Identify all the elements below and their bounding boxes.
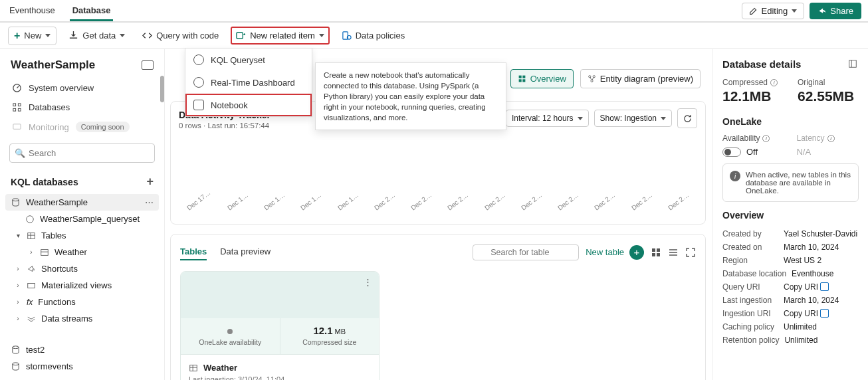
copy-icon [821,310,829,318]
tree-label: Shortcuts [41,264,78,274]
row-region: RegionWest US 2 [722,254,859,267]
tree-materialized-views[interactable]: › Materialized views [5,277,159,294]
info-text: When active, new tables in this database… [746,171,851,195]
tree-tables[interactable]: ▾ Tables [5,227,159,244]
sidebar-item-system-overview[interactable]: System overview [5,78,159,98]
expand-icon[interactable] [685,247,696,258]
new-related-item-button[interactable]: New related item [231,27,330,45]
x-tick: Dec 1… [336,191,360,212]
tile-meta: Last ingestion: 3/10/24, 11:04 [189,375,371,380]
share-button[interactable]: Share [810,3,861,19]
pin-icon[interactable] [142,60,154,70]
tile-stats: OneLake availability 12.1MB Compressed s… [181,318,379,355]
row-query-uri: Query URICopy URI [722,280,859,294]
tree-db-test2[interactable]: test2 [5,341,159,358]
tables-card: Tables Data preview 🔍 New table + [170,234,706,380]
tree-queryset[interactable]: WeatherSample_queryset [5,211,159,227]
tables-tools: 🔍 New table + [473,244,696,260]
copy-query-uri[interactable]: Copy URI [784,282,859,292]
expand-panel-icon[interactable] [848,59,859,70]
toolbar: + New Get data Query with code New relat… [0,23,868,49]
tree-shortcuts[interactable]: › Shortcuts [5,260,159,277]
chevron-down-icon [45,34,51,37]
tree-data-streams[interactable]: › Data streams [5,310,159,327]
editing-button[interactable]: Editing [742,3,805,19]
dropdown-item-notebook[interactable]: Notebook [185,94,312,116]
chevron-right-icon[interactable]: › [15,265,21,272]
query-code-button[interactable]: Query with code [137,28,224,43]
search-table-input[interactable] [473,244,579,260]
row-created-by: Created byYael Schuster-Davidi [722,227,859,240]
add-database-button[interactable]: + [146,175,154,189]
svg-rect-11 [28,233,35,238]
notebook-tooltip: Create a new notebook that's automatical… [315,62,506,130]
dropdown-item-kql-queryset[interactable]: KQL Queryset [185,48,312,71]
table-tile-weather[interactable]: ⋮ OneLake availability 12.1MB Compressed… [180,271,380,380]
row-last-ingestion: Last ingestionMarch 10, 2024 [722,294,859,307]
get-data-button[interactable]: Get data [63,28,130,43]
chevron-down-icon[interactable]: ▾ [15,232,21,239]
tree-label: WeatherSample [26,197,88,207]
sidebar-search-input[interactable] [9,143,155,163]
tree-db-weathersample[interactable]: WeatherSample ⋯ [5,194,159,211]
info-icon[interactable]: i [770,79,778,86]
copy-ingestion-uri[interactable]: Copy URI [784,309,859,318]
data-policies-button[interactable]: Data policies [336,28,410,43]
chevron-right-icon[interactable]: › [28,248,35,256]
more-icon[interactable]: ⋯ [145,197,154,207]
svg-rect-24 [657,248,660,252]
table-icon [189,363,198,373]
tile-more-icon[interactable]: ⋮ [364,277,372,287]
tab-overview[interactable]: Overview [510,69,574,88]
views-icon [27,281,36,290]
show-dropdown[interactable]: Show: Ingestion [594,110,672,127]
tab-entity-diagram[interactable]: Entity diagram (preview) [580,69,701,88]
sidebar-scrollbar[interactable] [160,76,164,102]
plus-circle-icon: + [629,245,644,260]
coming-soon-badge: Coming soon [76,122,130,132]
interval-dropdown[interactable]: Interval: 12 hours [506,110,589,127]
sidebar-title: WeatherSample [11,58,95,72]
tree-db-stormevents[interactable]: stormevents [5,358,159,375]
view-tabs: Overview Entity diagram (preview) [510,69,701,88]
new-table-button[interactable]: New table + [586,245,644,260]
svg-point-9 [13,199,19,201]
tab-eventhouse[interactable]: Eventhouse [7,0,58,21]
tile-body: Weather Last ingestion: 3/10/24, 11:04 [181,355,379,380]
tables-grid: ⋮ OneLake availability 12.1MB Compressed… [180,271,696,380]
tab-data-preview[interactable]: Data preview [220,244,271,260]
x-tick: Dec 1… [299,191,322,212]
chevron-right-icon[interactable]: › [15,315,21,322]
svg-rect-27 [190,365,197,371]
tree-functions[interactable]: › fx Functions [5,294,159,310]
availability-toggle[interactable] [722,147,741,157]
tree-label: Functions [38,297,75,307]
tile-chart-area: ⋮ [181,272,379,318]
chevron-down-icon [319,34,324,37]
dropdown-item-rt-dashboard[interactable]: Real-Time Dashboard [185,71,312,94]
share-icon [817,7,826,15]
row-created-on: Created onMarch 10, 2024 [722,240,859,254]
details-title: Database details [722,58,801,70]
diagram-icon [588,74,596,83]
tab-tables[interactable]: Tables [180,244,207,260]
refresh-button[interactable] [677,108,697,128]
sidebar-item-databases[interactable]: Databases [5,98,159,117]
chevron-right-icon[interactable]: › [15,298,21,306]
chevron-right-icon[interactable]: › [15,282,21,289]
x-tick: Dec 2… [593,191,616,212]
tab-database[interactable]: Database [70,0,114,21]
list-view-icon[interactable] [668,247,679,258]
compressed-label: Compressedi [722,78,778,87]
svg-rect-13 [28,283,35,288]
grid-view-icon[interactable] [651,247,661,258]
info-icon[interactable]: i [827,135,835,142]
new-button[interactable]: + New [8,27,56,45]
queryset-icon [25,215,35,224]
policy-icon [342,31,352,41]
svg-rect-12 [41,249,49,255]
tables-card-tabs: Tables Data preview [180,244,271,260]
tree-weather-table[interactable]: › Weather [5,244,159,260]
tree-label: Data streams [41,314,92,324]
info-icon[interactable]: i [762,135,770,142]
